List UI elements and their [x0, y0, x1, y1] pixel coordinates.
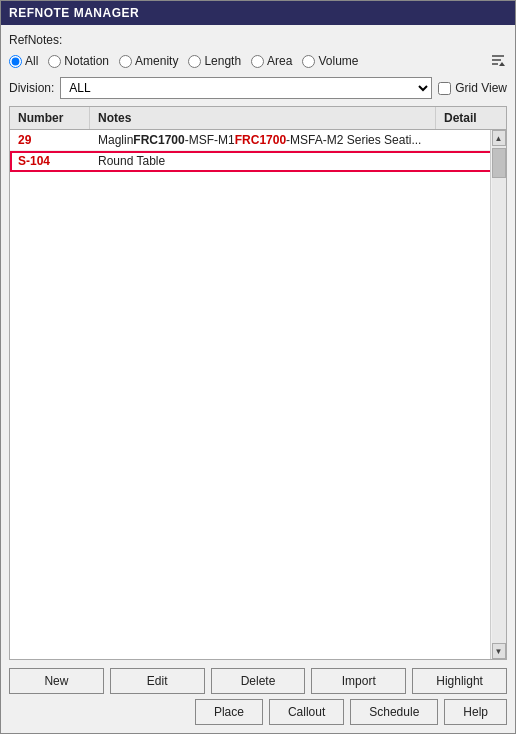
- grid-view-checkbox[interactable]: [438, 82, 451, 95]
- delete-button[interactable]: Delete: [211, 668, 306, 694]
- svg-marker-3: [499, 62, 505, 66]
- edit-button[interactable]: Edit: [110, 668, 205, 694]
- refnotes-table: Number Notes Detail 29 Maglin FRC1700-MS…: [9, 106, 507, 660]
- radio-notation[interactable]: Notation: [48, 54, 109, 68]
- row-29-notes: Maglin FRC1700-MSF-M1 FRC1700-MSFA-M2 Se…: [90, 130, 436, 150]
- radio-volume[interactable]: Volume: [302, 54, 358, 68]
- radio-filter-row: All Notation Amenity Length Area Volume: [9, 52, 507, 70]
- nav-buttons-row: Place Callout Schedule Help: [9, 699, 507, 725]
- action-buttons-row: New Edit Delete Import Highlight: [9, 668, 507, 694]
- sort-icon[interactable]: [489, 52, 507, 70]
- radio-area[interactable]: Area: [251, 54, 292, 68]
- grid-view-option[interactable]: Grid View: [438, 81, 507, 95]
- header-number: Number: [10, 107, 90, 129]
- radio-notation-label[interactable]: Notation: [64, 54, 109, 68]
- radio-all-label[interactable]: All: [25, 54, 38, 68]
- header-notes: Notes: [90, 107, 436, 129]
- header-detail: Detail: [436, 107, 506, 129]
- main-content: RefNotes: All Notation Amenity Length Ar…: [1, 25, 515, 733]
- radio-area-label[interactable]: Area: [267, 54, 292, 68]
- scrollbar-down-button[interactable]: ▼: [492, 643, 506, 659]
- refnote-manager-window: REFNOTE MANAGER RefNotes: All Notation A…: [0, 0, 516, 734]
- window-title: REFNOTE MANAGER: [9, 6, 139, 20]
- grid-view-label[interactable]: Grid View: [455, 81, 507, 95]
- notes-part4: FRC1700: [235, 133, 286, 147]
- scrollbar-thumb[interactable]: [492, 148, 506, 178]
- radio-amenity-label[interactable]: Amenity: [135, 54, 178, 68]
- row-s104-number: S-104: [10, 151, 90, 171]
- schedule-button[interactable]: Schedule: [350, 699, 438, 725]
- table-row[interactable]: S-104 Round Table: [10, 151, 506, 172]
- callout-button[interactable]: Callout: [269, 699, 344, 725]
- scrollbar-up-button[interactable]: ▲: [492, 130, 506, 146]
- title-bar: REFNOTE MANAGER: [1, 1, 515, 25]
- table-body: 29 Maglin FRC1700-MSF-M1 FRC1700-MSFA-M2…: [10, 130, 506, 659]
- import-button[interactable]: Import: [311, 668, 406, 694]
- division-row: Division: ALL Grid View: [9, 77, 507, 99]
- division-select[interactable]: ALL: [60, 77, 432, 99]
- radio-all[interactable]: All: [9, 54, 38, 68]
- notes-part3: -MSF-M1: [185, 133, 235, 147]
- highlight-button[interactable]: Highlight: [412, 668, 507, 694]
- table-header: Number Notes Detail: [10, 107, 506, 130]
- division-label: Division:: [9, 81, 54, 95]
- radio-length-label[interactable]: Length: [204, 54, 241, 68]
- row-29-number: 29: [10, 130, 90, 150]
- notes-part2: FRC1700: [133, 133, 184, 147]
- radio-volume-label[interactable]: Volume: [318, 54, 358, 68]
- table-row[interactable]: 29 Maglin FRC1700-MSF-M1 FRC1700-MSFA-M2…: [10, 130, 506, 151]
- row-s104-notes: Round Table: [90, 151, 436, 171]
- notes-part5: -MSFA-M2 Series Seati...: [286, 133, 421, 147]
- radio-amenity[interactable]: Amenity: [119, 54, 178, 68]
- refnotes-label: RefNotes:: [9, 33, 507, 47]
- help-button[interactable]: Help: [444, 699, 507, 725]
- place-button[interactable]: Place: [195, 699, 263, 725]
- radio-length[interactable]: Length: [188, 54, 241, 68]
- new-button[interactable]: New: [9, 668, 104, 694]
- scrollbar-track: [492, 146, 506, 643]
- table-scrollbar[interactable]: ▲ ▼: [490, 130, 506, 659]
- notes-part1: Maglin: [98, 133, 133, 147]
